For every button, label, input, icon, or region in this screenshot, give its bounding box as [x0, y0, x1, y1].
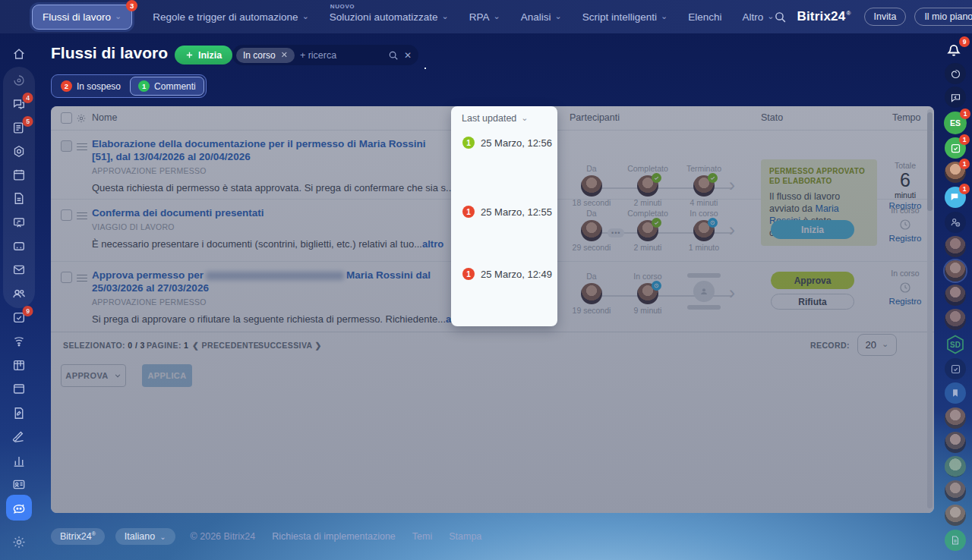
copilot-spiral-icon[interactable]	[945, 63, 966, 84]
nav-automation-rules[interactable]: Regole e trigger di automazione	[153, 11, 309, 23]
avatar[interactable]	[945, 407, 966, 429]
crm-marketing-icon[interactable]	[12, 334, 27, 348]
documents-icon[interactable]	[12, 191, 27, 206]
row-checkbox[interactable]	[61, 209, 72, 221]
remove-chip-icon[interactable]: ✕	[281, 50, 288, 60]
row-checkbox[interactable]	[61, 140, 72, 152]
avatar[interactable]	[945, 505, 966, 526]
avatar[interactable]	[945, 480, 966, 502]
grid-settings-gear-icon[interactable]	[76, 113, 87, 124]
drive-icon[interactable]	[12, 239, 27, 253]
participant-step[interactable]: Completato 2 minuti	[620, 209, 676, 252]
mail-icon[interactable]	[12, 263, 27, 277]
avatar[interactable]	[945, 456, 966, 477]
nav-lists[interactable]: Elenchi	[688, 11, 721, 23]
notifications-bell-icon[interactable]: 9	[945, 39, 966, 61]
expand-chevron-icon[interactable]: ›	[729, 282, 735, 304]
workflow-title-link[interactable]: Elaborazione della documentazione per il…	[92, 137, 449, 163]
nav-analytics[interactable]: Analisi	[521, 11, 562, 23]
automation-active-icon[interactable]	[6, 495, 32, 521]
expand-chevron-icon[interactable]: ›	[729, 175, 735, 196]
nav-more[interactable]: Altro	[742, 11, 774, 23]
home-icon[interactable]	[12, 47, 27, 61]
themes-link[interactable]: Temi	[412, 531, 432, 542]
rifiuta-button[interactable]: Rifiuta	[771, 294, 854, 310]
invite-button[interactable]: Invita	[864, 8, 907, 26]
participant-step[interactable]: In corso 9 minuti	[620, 272, 676, 315]
avatar[interactable]	[945, 260, 966, 282]
bookmark-icon[interactable]	[945, 382, 966, 404]
implementation-request-link[interactable]: Richiesta di implementazione	[272, 531, 396, 542]
participant-avatar[interactable]	[581, 175, 602, 197]
avatar[interactable]	[945, 285, 966, 306]
whiteboard-icon[interactable]	[12, 216, 27, 230]
column-last-updated[interactable]: Last updated	[462, 113, 529, 124]
employees-icon[interactable]	[11, 286, 27, 301]
projects-icon[interactable]	[12, 358, 27, 373]
search-placeholder[interactable]: + ricerca	[300, 50, 383, 61]
column-tempo[interactable]: Tempo	[892, 112, 921, 123]
messenger-icon[interactable]: 4	[12, 97, 27, 112]
news-feed-icon[interactable]: 5	[12, 121, 27, 135]
group-sd-item[interactable]: SD	[945, 334, 966, 355]
planner-check-icon[interactable]: 1	[945, 137, 966, 159]
task-check-icon[interactable]	[945, 358, 966, 379]
clear-search-icon[interactable]: ✕	[404, 50, 412, 61]
column-partecipanti[interactable]: Partecipanti	[570, 112, 620, 123]
avatar[interactable]	[945, 236, 966, 257]
participant-step[interactable]: In corso 1 minuto	[676, 209, 732, 252]
workflow-title-link[interactable]: Approva permesso perMaria Rossini dal 25…	[92, 269, 449, 294]
my-plan-button[interactable]: Il mio piano	[914, 8, 972, 26]
esign-doc-icon[interactable]	[12, 406, 27, 420]
chat-reply-icon[interactable]	[945, 87, 966, 108]
tab-in-sospeso[interactable]: 2 In sospeso	[53, 77, 128, 96]
print-link[interactable]: Stampa	[449, 531, 481, 542]
chat-es-item[interactable]: ES 1	[944, 112, 967, 134]
tab-commenti[interactable]: 1 Commenti	[130, 77, 204, 96]
contact-card-icon[interactable]	[12, 477, 27, 492]
avatar[interactable]	[945, 309, 966, 330]
records-dropdown[interactable]: 20	[857, 334, 897, 356]
participant-avatar[interactable]	[581, 283, 602, 304]
bulk-approve-dropdown[interactable]: APPROVA	[61, 364, 126, 387]
bulk-apply-button[interactable]: APPLICA	[142, 364, 192, 387]
language-selector[interactable]: Italiano	[115, 528, 175, 545]
sites-icon[interactable]	[12, 382, 27, 396]
inizia-button[interactable]: Inizia	[771, 220, 854, 239]
messenger-blue-icon[interactable]: 1	[945, 187, 966, 208]
more-link[interactable]: altro	[422, 238, 443, 250]
next-page-link[interactable]: SUCCESSIVA ❯	[258, 341, 322, 350]
avatar[interactable]	[945, 432, 966, 453]
filter-search-bar[interactable]: In corso✕ + ricerca ✕	[232, 45, 418, 65]
settings-gear-icon[interactable]	[12, 535, 27, 549]
filter-chip-in-corso[interactable]: In corso✕	[236, 48, 295, 63]
start-workflow-button[interactable]: Inizia	[175, 46, 232, 64]
bi-analytics-icon[interactable]	[12, 454, 27, 468]
document-green-icon[interactable]	[945, 530, 966, 551]
row-checkbox[interactable]	[61, 272, 72, 283]
nav-smart-scripts[interactable]: Script intelligenti	[582, 11, 668, 23]
crm-icon[interactable]	[12, 144, 27, 159]
row-menu-icon[interactable]	[77, 272, 87, 284]
tasks-icon[interactable]: 9	[12, 310, 27, 325]
nav-workflows[interactable]: Flussi di lavoro 3	[32, 5, 132, 30]
row-menu-icon[interactable]	[77, 141, 87, 153]
participant-step[interactable]: Da 19 secondi	[563, 272, 620, 315]
calendar-icon[interactable]	[12, 168, 27, 182]
select-all-checkbox[interactable]	[61, 112, 72, 124]
invite-user-icon[interactable]	[945, 212, 966, 233]
copilot-icon[interactable]	[12, 74, 26, 87]
esign-pen-icon[interactable]	[12, 429, 27, 444]
column-stato[interactable]: Stato	[761, 112, 783, 123]
expand-chevron-icon[interactable]: ›	[729, 219, 735, 241]
prev-page-link[interactable]: ❮ PRECEDENTE	[192, 341, 259, 350]
nav-automated-solutions[interactable]: NUOVO Soluzioni automatizzate	[330, 11, 449, 23]
approva-button[interactable]: Approva	[771, 272, 854, 289]
workflow-title-link[interactable]: Conferma dei documenti presentati	[92, 206, 449, 219]
row-menu-icon[interactable]	[77, 210, 87, 222]
scrollbar-thumb[interactable]	[927, 112, 933, 211]
nav-rpa[interactable]: RPA	[469, 11, 500, 23]
search-icon[interactable]	[774, 11, 787, 24]
participant-avatar[interactable]	[581, 220, 602, 241]
chat-user-avatar[interactable]: 1	[945, 162, 966, 183]
